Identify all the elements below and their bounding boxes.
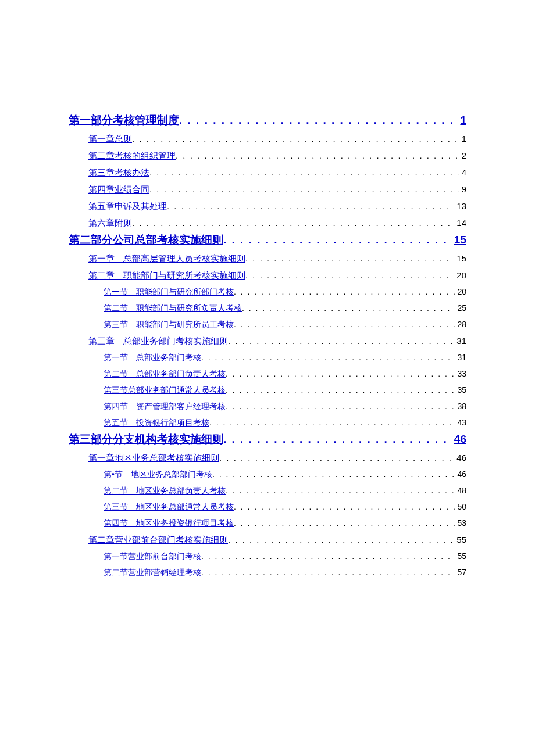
toc-link[interactable]: 第二部分公司总部考核实施细则: [69, 232, 223, 248]
toc-page-number: 43: [455, 418, 466, 427]
toc-link[interactable]: 第四节 资产管理部客户经理考核: [104, 402, 226, 412]
toc-leader-dots: [212, 470, 455, 479]
toc-link[interactable]: 第一节 总部业务部门考核: [104, 353, 201, 363]
toc-link[interactable]: 第二章 职能部门与研究所考核实施细则: [88, 270, 245, 281]
toc-leader-dots: [179, 114, 458, 127]
toc-entry: 第一部分考核管理制度1: [69, 113, 466, 128]
toc-entry: 第二节 总部业务部门负责人考核33: [104, 369, 466, 379]
toc-page-number: 25: [455, 303, 466, 313]
toc-leader-dots: [245, 270, 454, 280]
toc-page-number: 33: [455, 369, 466, 378]
toc-entry: 第三节 职能部门与研究所员工考核28: [104, 320, 466, 330]
toc-link[interactable]: 第四章业绩合同: [88, 184, 149, 195]
toc-link[interactable]: 第一节 职能部门与研究所部门考核: [104, 287, 234, 298]
toc-entry: 第二章营业部前台部门考核实施细则55: [88, 535, 466, 546]
toc-page-number: 13: [454, 201, 466, 211]
toc-entry: 第二节 地区业务总部负责人考核48: [104, 486, 466, 496]
toc-link[interactable]: 第二节营业部营销经理考核: [104, 568, 201, 578]
toc-page: 第一部分考核管理制度1第一章总则1第二章考核的组织管理2第三章考核办法4第四章业…: [0, 0, 535, 617]
toc-link[interactable]: 第五章申诉及其处理: [88, 201, 167, 212]
toc-entry: 第三章考核办法4: [88, 167, 466, 178]
toc-page-number: 20: [454, 270, 466, 280]
toc-entry: 第•节 地区业务总部部门考核46: [104, 470, 466, 480]
toc-entry: 第二节营业部营销经理考核57: [104, 568, 466, 578]
toc-leader-dots: [219, 453, 454, 463]
toc-link[interactable]: 第二节 总部业务部门负责人考核: [104, 369, 226, 379]
toc-link[interactable]: 第•节 地区业务总部部门考核: [104, 470, 212, 480]
toc-leader-dots: [234, 502, 455, 511]
toc-page-number: 35: [455, 385, 466, 395]
toc-leader-dots: [149, 184, 459, 194]
toc-leader-dots: [167, 201, 454, 211]
toc-leader-dots: [132, 218, 454, 228]
toc-link[interactable]: 第一章地区业务总部考核实施细则: [88, 453, 219, 464]
toc-leader-dots: [223, 433, 452, 446]
toc-entry: 第三章 总部业务部门考核实施细则31: [88, 336, 466, 347]
toc-entry: 第一章总则1: [88, 134, 466, 145]
toc-entry: 第一节营业部前台部门考核55: [104, 551, 466, 562]
toc-entry: 第三部分分支机构考核实施细则46: [69, 432, 466, 447]
toc-page-number: 55: [454, 535, 466, 544]
toc-page-number: 55: [455, 551, 466, 561]
toc-leader-dots: [149, 167, 459, 177]
toc-leader-dots: [226, 385, 455, 395]
toc-page-number: 4: [459, 167, 466, 177]
toc-leader-dots: [245, 253, 454, 263]
toc-entry: 第四章业绩合同9: [88, 184, 466, 195]
toc-entry: 第四节 资产管理部客户经理考核38: [104, 402, 466, 412]
toc-leader-dots: [226, 369, 455, 378]
toc-link[interactable]: 第六章附则: [88, 218, 132, 229]
toc-link[interactable]: 第五节 投资银行部项目考核: [104, 418, 209, 428]
toc-page-number: 15: [452, 234, 466, 246]
toc-page-number: 15: [454, 253, 466, 263]
toc-page-number: 20: [455, 287, 466, 296]
toc-entry: 第五章申诉及其处理13: [88, 201, 466, 212]
toc-link[interactable]: 第三节 地区业务总部通常人员考核: [104, 502, 234, 513]
toc-leader-dots: [228, 336, 454, 346]
toc-page-number: 38: [455, 402, 466, 411]
toc-entry: 第二部分公司总部考核实施细则15: [69, 232, 466, 248]
toc-link[interactable]: 第二章考核的组织管理: [88, 151, 176, 162]
toc-link[interactable]: 第三部分分支机构考核实施细则: [69, 432, 223, 447]
toc-link[interactable]: 第一部分考核管理制度: [69, 113, 179, 128]
toc-page-number: 46: [455, 470, 466, 479]
toc-page-number: 46: [454, 453, 466, 463]
toc-link[interactable]: 第一章 总部高层管理人员考核实施细则: [88, 253, 245, 264]
toc-leader-dots: [201, 551, 455, 561]
toc-entry: 第二节 职能部门与研究所负责人考核25: [104, 303, 466, 314]
toc-entry: 第四节 地区业务投资银行项目考核53: [104, 518, 466, 529]
toc-page-number: 50: [455, 502, 466, 511]
toc-leader-dots: [226, 402, 455, 411]
toc-entry: 第三节 地区业务总部通常人员考核50: [104, 502, 466, 513]
toc-link[interactable]: 第一节营业部前台部门考核: [104, 551, 201, 562]
toc-link[interactable]: 第一章总则: [88, 134, 132, 145]
toc-link[interactable]: 第二章营业部前台部门考核实施细则: [88, 535, 228, 546]
toc-leader-dots: [201, 568, 455, 577]
toc-link[interactable]: 第三节 职能部门与研究所员工考核: [104, 320, 234, 330]
toc-page-number: 14: [454, 218, 466, 228]
toc-link[interactable]: 第三章考核办法: [88, 167, 149, 178]
toc-link[interactable]: 第三节总部业务部门通常人员考核: [104, 385, 226, 396]
toc-leader-dots: [201, 353, 455, 362]
toc-entry: 第一章地区业务总部考核实施细则46: [88, 453, 466, 464]
toc-entry: 第一节 总部业务部门考核31: [104, 353, 466, 363]
toc-entry: 第六章附则14: [88, 218, 466, 229]
toc-leader-dots: [209, 418, 455, 427]
toc-leader-dots: [242, 303, 455, 313]
toc-page-number: 1: [459, 134, 466, 144]
toc-leader-dots: [176, 151, 459, 160]
toc-link[interactable]: 第二节 职能部门与研究所负责人考核: [104, 303, 242, 314]
toc-link[interactable]: 第二节 地区业务总部负责人考核: [104, 486, 226, 496]
toc-entry: 第五节 投资银行部项目考核43: [104, 418, 466, 428]
toc-entry: 第一章 总部高层管理人员考核实施细则15: [88, 253, 466, 264]
toc-leader-dots: [234, 287, 455, 296]
toc-link[interactable]: 第三章 总部业务部门考核实施细则: [88, 336, 228, 347]
toc-entry: 第三节总部业务部门通常人员考核35: [104, 385, 466, 396]
toc-page-number: 2: [459, 151, 466, 160]
toc-link[interactable]: 第四节 地区业务投资银行项目考核: [104, 518, 234, 529]
toc-page-number: 57: [455, 568, 466, 577]
toc-leader-dots: [223, 234, 452, 246]
toc-page-number: 31: [455, 353, 466, 362]
toc-leader-dots: [234, 518, 455, 528]
toc-leader-dots: [228, 535, 454, 544]
